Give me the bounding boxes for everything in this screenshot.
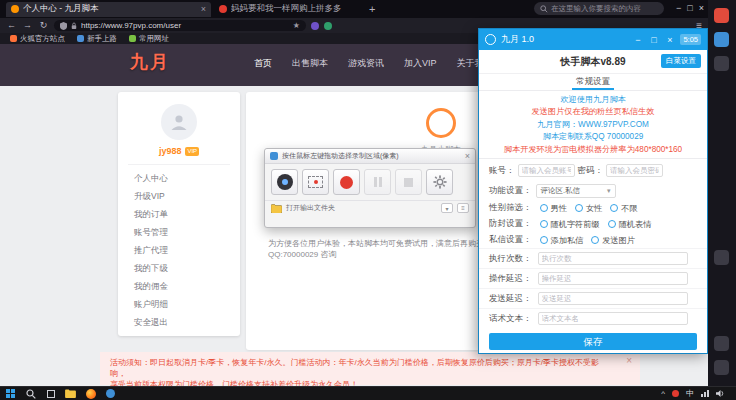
forward-icon[interactable]: → — [22, 19, 33, 32]
dock-app-icon[interactable] — [714, 56, 729, 71]
window-close-button[interactable]: × — [699, 3, 704, 14]
sidebar-item-referrals[interactable]: 我的下级 — [118, 259, 240, 277]
app-minimize-button[interactable]: − — [632, 35, 643, 45]
radio-male[interactable]: 男性 — [540, 203, 567, 214]
extension-icon[interactable] — [324, 22, 332, 30]
account-input[interactable] — [518, 164, 575, 177]
firefox-taskbar-button[interactable] — [85, 388, 96, 399]
script-app-window: 九月 1.0 − □ × 5:05 快手脚本v8.89 白菜设置 常规设置 欢迎… — [478, 28, 708, 354]
sidebar-item-orders[interactable]: 我的订单 — [118, 205, 240, 223]
search-input[interactable] — [551, 4, 658, 13]
option-random-prefix[interactable]: 随机字符前缀 — [540, 219, 600, 230]
option-label: 女性 — [586, 203, 602, 214]
browser-tab-secondary[interactable]: 妈妈要和我一样网购上拼多多 — [211, 3, 361, 15]
function-select[interactable]: 评论区.私信 ▾ — [536, 184, 616, 198]
webcam-button[interactable] — [271, 169, 298, 195]
option-random-emoji[interactable]: 随机表情 — [608, 219, 652, 230]
save-button[interactable]: 保存 — [489, 333, 697, 350]
task-view-button[interactable] — [45, 388, 56, 399]
exec-count-input[interactable] — [538, 252, 688, 265]
record-button[interactable] — [333, 169, 360, 195]
pause-button — [364, 169, 391, 195]
brand-ring-icon — [426, 108, 456, 138]
bookmark-label: 火狐官方站点 — [20, 34, 65, 44]
password-input[interactable] — [606, 164, 663, 177]
sidebar-item-details[interactable]: 账户明细 — [118, 295, 240, 313]
radio-any[interactable]: 不限 — [610, 203, 637, 214]
user-sidebar-card: jy988 VIP 个人中心 升级VIP 我的订单 账号管理 推广代理 我的下级… — [118, 92, 240, 336]
notice-close-icon[interactable]: × — [626, 355, 632, 366]
radio-icon — [610, 204, 618, 212]
sidebar-item-promotion[interactable]: 推广代理 — [118, 241, 240, 259]
reload-icon[interactable]: ↻ — [38, 19, 49, 32]
site-logo[interactable]: 九月 — [130, 50, 170, 74]
dock-app-icon[interactable] — [714, 250, 729, 265]
sidebar-item-upgrade-vip[interactable]: 升级VIP — [118, 187, 240, 205]
dock-blue-app-icon[interactable] — [714, 32, 729, 47]
tab-close-icon[interactable]: × — [201, 5, 206, 14]
nav-item-news[interactable]: 游戏资讯 — [348, 57, 384, 70]
back-icon[interactable]: ← — [6, 19, 17, 32]
dock-red-app-icon[interactable] — [714, 8, 729, 23]
send-delay-input[interactable] — [538, 292, 688, 305]
header-settings-button[interactable]: 白菜设置 — [661, 54, 701, 68]
extension-icon[interactable] — [311, 22, 319, 30]
bookmark-item[interactable]: 火狐官方站点 — [10, 34, 65, 44]
bookmark-star-icon[interactable]: ★ — [293, 21, 300, 30]
ime-indicator[interactable]: 中 — [686, 388, 694, 399]
trial-timer-badge: 5:05 — [680, 34, 701, 45]
window-minimize-button[interactable]: − — [676, 3, 681, 14]
dock-app-icon[interactable] — [714, 360, 729, 375]
shield-icon — [60, 22, 67, 30]
output-folder-label[interactable]: 打开输出文件夹 — [286, 203, 437, 213]
radio-icon — [591, 236, 599, 244]
tray-chevron-icon[interactable]: ^ — [661, 389, 665, 398]
script-text-input[interactable] — [538, 312, 688, 325]
bookmark-favicon-icon — [10, 35, 17, 42]
folder-icon[interactable] — [271, 204, 282, 213]
qq-tray-icon[interactable] — [672, 390, 679, 397]
password-label: 密码： — [578, 165, 604, 177]
sidebar-item-logout[interactable]: 安全退出 — [118, 313, 240, 331]
option-add-dm[interactable]: 添加私信 — [540, 235, 584, 246]
app-titlebar[interactable]: 九月 1.0 − □ × 5:05 — [479, 29, 707, 50]
settings-button[interactable] — [426, 169, 453, 195]
nav-item-scripts[interactable]: 出售脚本 — [292, 57, 328, 70]
dialog-close-icon[interactable]: × — [465, 151, 470, 161]
url-bar[interactable]: https://www.97pvp.com/user ★ — [54, 20, 306, 31]
account-label: 账号： — [489, 165, 515, 177]
start-button[interactable] — [5, 388, 16, 399]
script-text-label: 话术文本： — [489, 313, 532, 325]
info-line: 脚本定制联系QQ 70000029 — [479, 131, 707, 143]
new-tab-button[interactable]: + — [369, 3, 375, 15]
region-select-button[interactable] — [302, 169, 329, 195]
app-icon — [270, 152, 278, 160]
option-label: 添加私信 — [551, 235, 584, 246]
nav-item-vip[interactable]: 加入VIP — [404, 57, 437, 70]
app-close-button[interactable]: × — [664, 35, 675, 45]
dock-app-icon[interactable] — [714, 336, 729, 351]
bookmark-item[interactable]: 常用网址 — [129, 34, 169, 44]
window-maximize-button[interactable]: □ — [687, 3, 692, 14]
file-explorer-button[interactable] — [65, 388, 76, 399]
radio-female[interactable]: 女性 — [575, 203, 602, 214]
network-icon[interactable] — [701, 390, 709, 397]
footer-dropdown-icon[interactable]: ▾ — [441, 203, 453, 213]
option-send-image[interactable]: 发送图片 — [591, 235, 635, 246]
nav-item-home[interactable]: 首页 — [254, 57, 272, 70]
browser-tab-active[interactable]: 个人中心 - 九月脚本 × — [6, 2, 211, 17]
dialog-titlebar[interactable]: 按住鼠标左键拖动选择录制区域(像素) × — [265, 149, 475, 164]
sidebar-item-account[interactable]: 账号管理 — [118, 223, 240, 241]
sidebar-item-commission[interactable]: 我的佣金 — [118, 277, 240, 295]
volume-icon[interactable] — [716, 389, 725, 398]
bookmark-item[interactable]: 新手上路 — [77, 34, 117, 44]
tab-general-settings[interactable]: 常规设置 — [572, 74, 614, 90]
footer-more-icon[interactable]: ≡ — [457, 203, 469, 213]
app-maximize-button[interactable]: □ — [648, 35, 659, 45]
chat-app-button[interactable] — [105, 388, 116, 399]
sidebar-item-profile[interactable]: 个人中心 — [118, 169, 240, 187]
quick-search-box[interactable] — [534, 2, 664, 15]
op-delay-input[interactable] — [538, 272, 688, 285]
region-select-icon — [308, 176, 323, 188]
taskbar-search-button[interactable] — [25, 388, 36, 399]
